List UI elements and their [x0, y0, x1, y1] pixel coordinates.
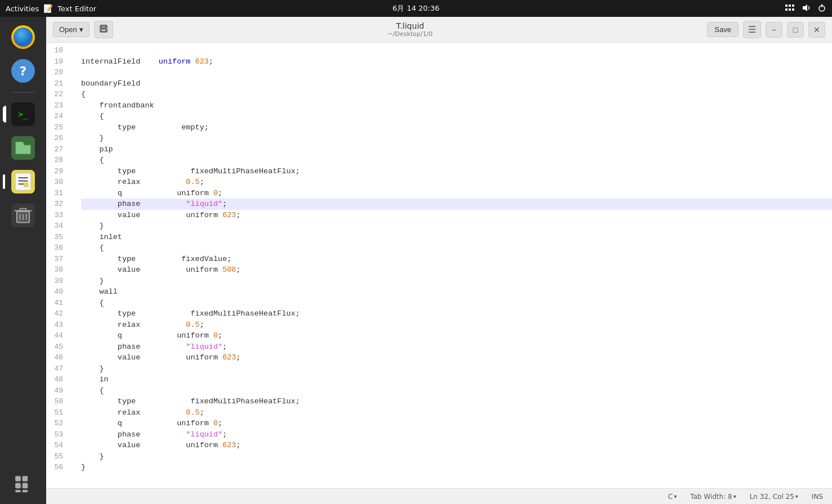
code-segment: ;	[236, 440, 240, 451]
code-line[interactable]: q uniform 0;	[81, 188, 832, 199]
code-line[interactable]: q uniform 0;	[81, 330, 832, 341]
code-segment: {	[81, 242, 104, 254]
code-segment: type	[81, 166, 136, 177]
maximize-button[interactable]: □	[787, 22, 804, 38]
language-label: C	[668, 493, 673, 501]
code-segment: inlet	[81, 232, 122, 243]
svg-rect-5	[792, 8, 794, 11]
code-segment: 0.5	[186, 177, 199, 188]
code-line[interactable]: }	[81, 462, 832, 473]
code-line[interactable]: value uniform 508;	[81, 264, 832, 276]
sidebar-item-terminal[interactable]: >_	[8, 100, 38, 129]
code-line[interactable]: boundaryField	[81, 78, 832, 89]
menu-button[interactable]: ☰	[743, 21, 761, 38]
language-selector[interactable]: C ▾	[668, 493, 677, 501]
code-line[interactable]: {	[81, 242, 832, 254]
code-line[interactable]: frontandbank	[81, 100, 832, 111]
code-line[interactable]: }	[81, 451, 832, 462]
code-line[interactable]: phase "liquid";	[81, 341, 832, 353]
editor-title-area: T.liquid ~/Desktop/1/0	[118, 21, 703, 38]
code-line[interactable]: type fixedValue;	[81, 254, 832, 265]
line-number: 38	[46, 264, 69, 276]
code-segment: value	[81, 352, 140, 363]
sidebar-item-files[interactable]	[8, 133, 38, 163]
code-line[interactable]: type empty;	[81, 122, 832, 133]
code-segment	[140, 429, 186, 440]
text-editor-icon-inner	[11, 170, 35, 194]
code-segment: ;	[222, 199, 227, 210]
code-line[interactable]: q uniform 0;	[81, 418, 832, 429]
line-number: 43	[46, 320, 69, 331]
code-segment	[140, 56, 158, 68]
code-segment: in	[81, 374, 109, 385]
code-segment: 0	[213, 330, 218, 341]
code-segment: 623	[222, 440, 236, 451]
code-line[interactable]: value uniform 623;	[81, 440, 832, 451]
code-line[interactable]: relax 0.5;	[81, 407, 832, 418]
line-number: 23	[46, 100, 69, 111]
code-segment	[140, 407, 186, 418]
sidebar-item-text-editor[interactable]	[8, 167, 38, 196]
code-segment: phase	[81, 429, 140, 440]
code-segment: }	[81, 276, 104, 287]
save-button[interactable]: Save	[707, 22, 739, 37]
code-segment: "liquid"	[186, 429, 222, 440]
code-segment: uniform	[140, 210, 222, 221]
line-number: 20	[46, 67, 69, 78]
sidebar-item-help[interactable]: ?	[8, 56, 38, 86]
minimize-button[interactable]: −	[766, 22, 782, 38]
code-editor[interactable]: 1819202122232425262728293031323334353637…	[46, 43, 832, 488]
code-line[interactable]: }	[81, 363, 832, 375]
code-line[interactable]: }	[81, 133, 832, 144]
code-line[interactable]: relax 0.5;	[81, 320, 832, 331]
line-number: 22	[46, 89, 69, 100]
code-line[interactable]: {	[81, 385, 832, 397]
svg-rect-0	[785, 4, 788, 7]
code-line[interactable]: wall	[81, 286, 832, 298]
code-segment: value	[81, 210, 140, 221]
line-number: 24	[46, 111, 69, 122]
line-numbers: 1819202122232425262728293031323334353637…	[46, 43, 75, 488]
code-line[interactable]: {	[81, 89, 832, 100]
save-recent-button[interactable]	[94, 21, 113, 38]
code-line[interactable]: }	[81, 220, 832, 232]
close-button[interactable]: ✕	[808, 22, 825, 38]
code-line[interactable]: pip	[81, 144, 832, 155]
open-button[interactable]: Open ▾	[53, 22, 90, 37]
code-line[interactable]: inlet	[81, 232, 832, 243]
code-line[interactable]: relax 0.5;	[81, 177, 832, 188]
code-line[interactable]: value uniform 623;	[81, 210, 832, 221]
code-line[interactable]: {	[81, 298, 832, 309]
code-line[interactable]	[81, 67, 832, 78]
code-segment: uniform	[140, 352, 222, 363]
sidebar-item-trash[interactable]	[8, 201, 38, 230]
line-number: 35	[46, 232, 69, 243]
code-segment: value	[81, 440, 140, 451]
code-line[interactable]	[81, 45, 832, 56]
code-line[interactable]: internalField uniform 623;	[81, 56, 832, 68]
code-segment: type	[81, 308, 136, 320]
code-line[interactable]: value uniform 623;	[81, 352, 832, 363]
code-line[interactable]: {	[81, 155, 832, 166]
sidebar-item-grid[interactable]	[8, 469, 38, 498]
code-segment: ;	[200, 177, 204, 188]
code-segment: type	[81, 254, 136, 265]
sidebar-item-firefox[interactable]	[8, 22, 38, 52]
code-line[interactable]: phase "liquid";	[81, 199, 832, 210]
line-number: 32	[46, 199, 69, 210]
position-indicator[interactable]: Ln 32, Col 25 ▾	[750, 493, 798, 501]
code-line[interactable]: {	[81, 111, 832, 122]
code-line[interactable]: type fixedMultiPhaseHeatFlux;	[81, 308, 832, 320]
code-line[interactable]: in	[81, 374, 832, 385]
code-line[interactable]: phase "liquid";	[81, 429, 832, 440]
code-line[interactable]: type fixedMultiPhaseHeatFlux;	[81, 166, 832, 177]
line-number: 47	[46, 363, 69, 375]
open-label: Open	[59, 25, 77, 34]
line-number: 34	[46, 220, 69, 232]
code-line[interactable]: type fixedMultiPhaseHeatFlux;	[81, 396, 832, 407]
code-line[interactable]: }	[81, 276, 832, 287]
tab-width-selector[interactable]: Tab Width: 8 ▾	[690, 493, 736, 501]
code-content[interactable]: internalField uniform 623; boundaryField…	[75, 43, 832, 488]
line-number: 44	[46, 330, 69, 341]
activities-label[interactable]: Activities	[6, 4, 39, 13]
